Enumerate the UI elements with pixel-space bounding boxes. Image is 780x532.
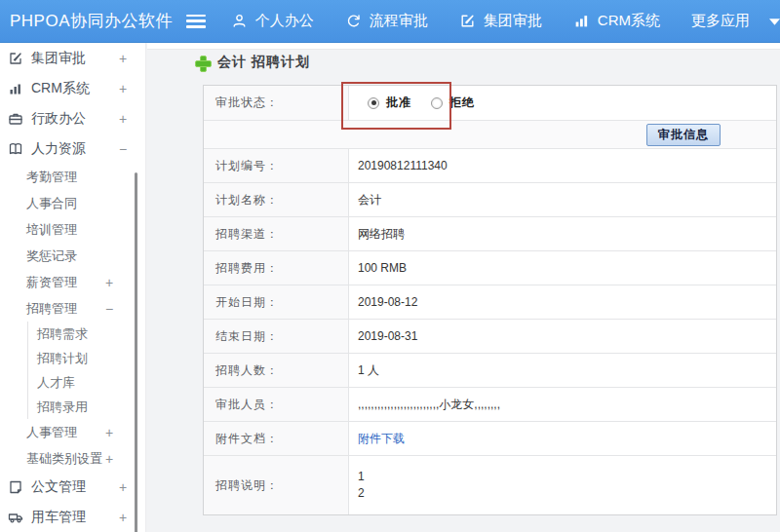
app-logo: PHPOA协同办公软件: [0, 10, 186, 32]
sidebar-item-12[interactable]: 招聘计划: [27, 346, 145, 370]
menu-icon[interactable]: [186, 15, 206, 28]
sidebar-item-label: 集团审批: [31, 50, 86, 67]
topnav-item-5[interactable]: 更多应用: [691, 12, 780, 30]
plus-icon: [195, 56, 210, 70]
table-row: 招聘人数：1 人: [204, 354, 776, 388]
collapse-icon[interactable]: −: [105, 302, 113, 316]
field-label: 招聘费用：: [204, 251, 349, 285]
sidebar-item-label: 基础类别设置: [26, 450, 102, 468]
sidebar-item-label: 人力资源: [31, 140, 86, 158]
collapse-icon[interactable]: −: [119, 142, 127, 156]
field-label: 开始日期：: [204, 285, 349, 319]
sidebar-item-label: 招聘需求: [37, 325, 88, 343]
user-icon: [231, 13, 248, 29]
briefcase-icon: [8, 111, 23, 127]
page-header: 会计 招聘计划: [195, 54, 310, 71]
expand-icon[interactable]: +: [105, 276, 113, 289]
truck-icon: [8, 510, 23, 525]
sidebar-item-14[interactable]: 招聘录用: [27, 395, 145, 419]
sidebar-item-11[interactable]: 招聘需求: [27, 322, 145, 346]
sidebar-item-label: 人事管理: [26, 424, 77, 441]
radio-circle-icon[interactable]: [431, 97, 443, 109]
sidebar-item-13[interactable]: 人才库: [27, 370, 145, 395]
sidebar-item-label: 公文管理: [31, 478, 86, 496]
field-value-line: 1: [358, 471, 365, 483]
sidebar: 集团审批+CRM系统+行政办公+人力资源−考勤管理人事合同培训管理奖惩记录薪资管…: [0, 43, 146, 532]
bar-chart-icon: [8, 81, 23, 96]
sidebar-scrollbar[interactable]: [135, 172, 137, 532]
sidebar-item-label: CRM系统: [31, 80, 90, 97]
sidebar-item-2[interactable]: CRM系统+: [0, 73, 145, 103]
field-label: 招聘人数：: [204, 354, 349, 387]
sidebar-item-label: 人事合同: [26, 195, 77, 212]
document-icon: [8, 479, 23, 495]
sidebar-item-18[interactable]: 用车管理+: [0, 502, 145, 532]
topnav-item-1[interactable]: 个人办公: [231, 12, 314, 30]
approval-detail-table: 审批状态： 批准拒绝 审批信息 计划编号：20190812111340计划名称：…: [203, 85, 777, 515]
field-value-line: 2: [358, 487, 365, 500]
edit-square-icon: [8, 51, 23, 66]
sidebar-item-6[interactable]: 人事合同: [0, 190, 145, 216]
field-label: 计划名称：: [204, 183, 349, 216]
field-value: 20190812111340: [349, 149, 776, 182]
field-value: 2019-08-12: [349, 285, 776, 319]
radio-circle-icon[interactable]: [368, 97, 379, 109]
sidebar-item-9[interactable]: 薪资管理+: [0, 269, 145, 295]
sidebar-item-label: 薪资管理: [26, 274, 77, 291]
sidebar-item-10[interactable]: 招聘管理−: [0, 295, 145, 322]
expand-icon[interactable]: +: [119, 480, 127, 494]
page-title: 会计 招聘计划: [217, 54, 310, 71]
status-label: 审批状态：: [204, 86, 349, 120]
field-value: 附件下载: [349, 422, 776, 455]
attachment-download-link[interactable]: 附件下载: [358, 431, 405, 447]
sidebar-item-1[interactable]: 集团审批+: [0, 43, 145, 73]
book-icon: [8, 141, 23, 157]
sidebar-item-16[interactable]: 基础类别设置+: [0, 445, 145, 472]
expand-icon[interactable]: +: [119, 511, 127, 524]
table-row: 审批人员：,,,,,,,,,,,,,,,,,,,,,,,,,小龙女,,,,,,,…: [204, 388, 776, 422]
table-row: 计划名称：会计: [204, 183, 776, 217]
field-value: ,,,,,,,,,,,,,,,,,,,,,,,,,小龙女,,,,,,,,: [349, 388, 776, 421]
field-value: 12: [349, 456, 776, 514]
topnav-item-label: 更多应用: [691, 12, 750, 30]
topnav-item-4[interactable]: CRM系统: [573, 12, 660, 30]
radio-approve[interactable]: 批准: [368, 95, 411, 111]
table-row: 招聘说明：12: [204, 456, 776, 514]
top-nav: 个人办公流程审批集团审批CRM系统更多应用: [231, 12, 780, 30]
field-value: 1 人: [349, 354, 776, 387]
sidebar-item-label: 招聘录用: [37, 399, 88, 416]
process-icon: [345, 13, 362, 29]
radio-reject[interactable]: 拒绝: [431, 95, 475, 111]
sidebar-item-7[interactable]: 培训管理: [0, 216, 145, 243]
caret-down-icon: [769, 18, 780, 25]
approval-info-button[interactable]: 审批信息: [646, 124, 721, 146]
sidebar-item-5[interactable]: 考勤管理: [0, 164, 145, 190]
sidebar-item-17[interactable]: 公文管理+: [0, 472, 145, 502]
sidebar-item-8[interactable]: 奖惩记录: [0, 243, 145, 269]
expand-icon[interactable]: +: [119, 112, 127, 126]
field-label: 审批人员：: [204, 388, 349, 421]
sidebar-item-3[interactable]: 行政办公+: [0, 103, 145, 133]
button-row: 审批信息: [204, 121, 776, 149]
field-value: 2019-08-31: [349, 320, 776, 353]
sidebar-item-label: 人才库: [37, 374, 75, 392]
table-row: 附件文档：附件下载: [204, 422, 776, 456]
status-row: 审批状态： 批准拒绝: [204, 86, 776, 121]
topnav-item-2[interactable]: 流程审批: [345, 12, 428, 30]
topnav-item-3[interactable]: 集团审批: [459, 12, 542, 30]
expand-icon[interactable]: +: [105, 426, 113, 439]
sidebar-item-15[interactable]: 人事管理+: [0, 419, 145, 445]
status-radio-group: 批准拒绝: [358, 95, 475, 111]
field-value: 100 RMB: [349, 251, 776, 285]
field-label: 招聘说明：: [204, 456, 349, 514]
expand-icon[interactable]: +: [119, 82, 127, 95]
table-row: 开始日期：2019-08-12: [204, 285, 776, 320]
sidebar-item-4[interactable]: 人力资源−: [0, 133, 145, 164]
field-label: 招聘渠道：: [204, 217, 349, 250]
expand-icon[interactable]: +: [119, 52, 127, 65]
expand-icon[interactable]: +: [105, 452, 113, 466]
content-top-strip: [147, 43, 780, 50]
sidebar-item-label: 行政办公: [31, 110, 86, 128]
field-label: 附件文档：: [204, 422, 349, 455]
field-value: 网络招聘: [349, 217, 776, 250]
